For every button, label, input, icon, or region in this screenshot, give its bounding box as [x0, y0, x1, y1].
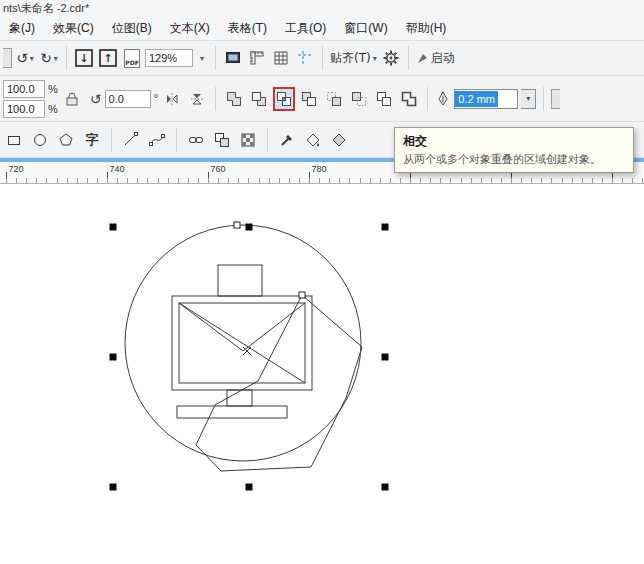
circle-object[interactable]: [125, 225, 361, 461]
eyedropper-icon: [279, 132, 295, 148]
separator: [427, 87, 428, 111]
launch-label: 启动: [431, 50, 455, 67]
rotate-icon: ↺: [90, 91, 102, 107]
lock-icon: [65, 91, 79, 107]
zoom-level-input[interactable]: [145, 49, 193, 67]
trim-icon: [251, 91, 267, 107]
selection-handle-bottom-left[interactable]: [110, 484, 117, 491]
outline-width-combo[interactable]: 0.2 mm: [454, 89, 518, 109]
selection-handle-bottom-middle[interactable]: [246, 484, 253, 491]
redo-button[interactable]: ↻ ▾: [38, 46, 60, 70]
front-minus-back-button[interactable]: [323, 87, 345, 111]
show-guidelines-button[interactable]: [294, 46, 316, 70]
overlap-squares-icon: [214, 132, 230, 148]
selection-handle-bottom-right[interactable]: [382, 484, 389, 491]
interactive-fill-tool[interactable]: [328, 128, 350, 152]
monitor-object[interactable]: [172, 265, 312, 418]
paint-bucket-icon: [305, 132, 321, 148]
ellipse-tool[interactable]: [29, 128, 51, 152]
connector-tool[interactable]: [185, 128, 207, 152]
undo-button[interactable]: ↺ ▾: [14, 46, 36, 70]
drawing-canvas[interactable]: [0, 184, 644, 564]
curve-node[interactable]: [299, 292, 305, 298]
intersect-tooltip: 相交 从两个或多个对象重叠的区域创建对象。: [394, 127, 634, 173]
chevron-down-icon: ▾: [200, 54, 204, 63]
mirror-vertical-button[interactable]: [186, 87, 208, 111]
freehand-tool[interactable]: [120, 128, 142, 152]
document-title: nts\未命名 -2.cdr*: [3, 2, 89, 14]
weld-button[interactable]: [223, 87, 245, 111]
curve-node[interactable]: [234, 222, 240, 228]
eyedropper-tool[interactable]: [276, 128, 298, 152]
chevron-down-icon: ▾: [526, 94, 530, 103]
ruler-label: 760: [210, 164, 225, 174]
launch-button[interactable]: 启动: [415, 46, 456, 70]
weld-icon: [226, 91, 242, 107]
selection-handle-top-right[interactable]: [382, 224, 389, 231]
export-button[interactable]: ↑: [97, 46, 119, 70]
combine-button[interactable]: [373, 87, 395, 111]
bezier-curve-icon: [149, 132, 165, 148]
ellipse-icon: [32, 132, 48, 148]
back-minus-front-button[interactable]: [348, 87, 370, 111]
bezier-tool[interactable]: [146, 128, 168, 152]
scale-block: % %: [3, 80, 58, 118]
property-bar: % % ↺ °: [0, 76, 644, 122]
transparency-tool[interactable]: [237, 128, 259, 152]
rectangle-tool[interactable]: [3, 128, 25, 152]
scale-y-input[interactable]: [3, 100, 45, 118]
selection-handle-top-middle[interactable]: [246, 224, 253, 231]
publish-pdf-button[interactable]: PDF: [121, 46, 143, 70]
menu-effects[interactable]: 效果(C): [44, 16, 103, 41]
import-button[interactable]: ↓: [73, 46, 95, 70]
mirror-horizontal-icon: [164, 91, 180, 107]
simplify-button[interactable]: [298, 87, 320, 111]
scale-x-input[interactable]: [3, 80, 45, 98]
redo-icon: ↻: [40, 50, 52, 66]
standard-toolbar: ↺ ▾ ↻ ▾ ↓ ↑ PDF ▾: [0, 41, 644, 76]
separator: [111, 128, 112, 152]
menu-bitmaps[interactable]: 位图(B): [103, 16, 161, 41]
percent-label: %: [48, 103, 58, 115]
lock-ratio-button[interactable]: [61, 87, 83, 111]
trim-button[interactable]: [248, 87, 270, 111]
chevron-down-icon: ▾: [373, 54, 377, 63]
menu-window[interactable]: 窗口(W): [335, 16, 396, 41]
create-boundary-button[interactable]: [398, 87, 420, 111]
menu-help[interactable]: 帮助(H): [397, 16, 456, 41]
selection-handle-middle-left[interactable]: [110, 354, 117, 361]
show-grid-button[interactable]: [270, 46, 292, 70]
menu-object[interactable]: 象(J): [0, 16, 44, 41]
outline-width-dropdown-button[interactable]: ▾: [521, 89, 536, 109]
rotation-angle-input[interactable]: [105, 90, 151, 108]
import-icon: ↓: [75, 49, 93, 67]
selection-handle-top-left[interactable]: [110, 224, 117, 231]
blend-tool[interactable]: [211, 128, 233, 152]
launch-icon: [416, 52, 429, 65]
separator: [408, 46, 409, 70]
text-tool[interactable]: 字: [81, 128, 103, 152]
chevron-down-icon: ▾: [54, 54, 58, 63]
menu-text[interactable]: 文本(X): [161, 16, 219, 41]
zoom-dropdown-button[interactable]: ▾: [195, 46, 209, 70]
menu-table[interactable]: 表格(T): [219, 16, 276, 41]
snap-to-button[interactable]: 贴齐(T) ▾: [329, 46, 378, 70]
freehand-line-icon: [123, 132, 139, 148]
checkerboard-icon: [240, 132, 256, 148]
polygon-tool[interactable]: [55, 128, 77, 152]
separator: [66, 46, 67, 70]
show-rulers-button[interactable]: [246, 46, 268, 70]
coreldraw-window: nts\未命名 -2.cdr* 象(J) 效果(C) 位图(B) 文本(X) 表…: [0, 0, 644, 564]
mirror-horizontal-button[interactable]: [161, 87, 183, 111]
rulers-icon: [249, 50, 265, 66]
intersect-button[interactable]: [273, 87, 295, 111]
options-button[interactable]: [380, 46, 402, 70]
selection-handle-middle-right[interactable]: [382, 354, 389, 361]
smart-fill-tool[interactable]: [302, 128, 324, 152]
fullscreen-preview-button[interactable]: [222, 46, 244, 70]
menu-tools[interactable]: 工具(O): [276, 16, 335, 41]
front-minus-back-icon: [326, 91, 342, 107]
separator: [267, 128, 268, 152]
separator: [215, 46, 216, 70]
export-icon: ↑: [99, 49, 117, 67]
